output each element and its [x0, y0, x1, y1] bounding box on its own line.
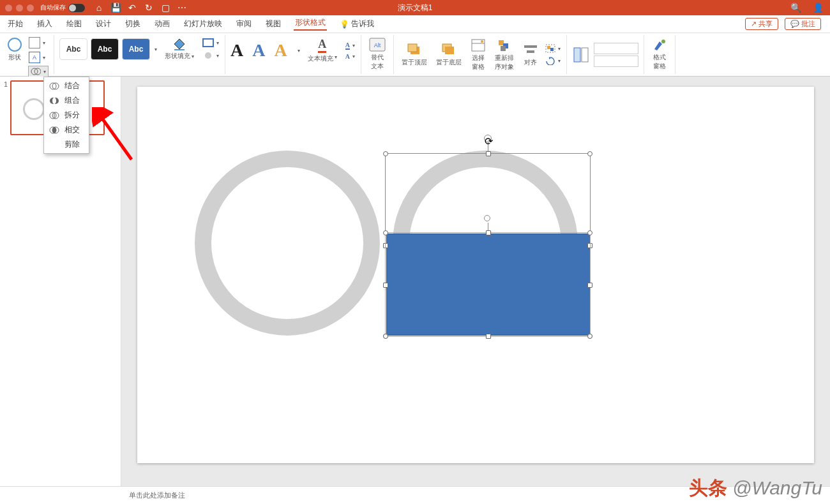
resize-handle-n[interactable] [486, 151, 491, 156]
menu-item-subtract[interactable]: 剪除 [44, 137, 89, 152]
insert-shape-button[interactable]: 形状 [5, 36, 24, 63]
group-icon [545, 44, 555, 53]
menu-item-fragment[interactable]: 拆分 [44, 108, 89, 122]
resize-handle-n[interactable] [486, 230, 491, 235]
group-wordart-styles: A A A ▾ A 文本填充▾ A▾ A▾ [225, 35, 361, 74]
notes-placeholder[interactable]: 单击此处添加备注 [129, 491, 185, 500]
size-icon[interactable] [572, 46, 590, 64]
shape-fill-button[interactable]: 形状填充▾ [162, 36, 197, 62]
chevron-down-icon: ▾ [216, 53, 219, 59]
svg-rect-18 [527, 50, 534, 53]
group-objects-button[interactable]: ▾ [545, 43, 561, 54]
more-icon[interactable]: ⋯ [177, 3, 187, 13]
menu-item-union[interactable]: 结合 [44, 78, 89, 93]
minimize-icon[interactable] [16, 4, 23, 11]
text-box-button[interactable]: A▾ [28, 51, 49, 64]
resize-handle-sw[interactable] [383, 334, 388, 339]
tab-review[interactable]: 审阅 [235, 19, 253, 29]
wordart-style-gold[interactable]: A [274, 40, 287, 61]
group-format-pane: 格式 窗格 [644, 35, 675, 74]
merge-shapes-button[interactable]: ▾ [28, 66, 49, 77]
rotate-button[interactable]: ▾ [545, 56, 561, 66]
chevron-down-icon: ▾ [43, 40, 45, 46]
menu-item-combine[interactable]: 组合 [44, 93, 89, 108]
tab-slideshow[interactable]: 幻灯片放映 [183, 19, 223, 29]
share-icon: ↗ [751, 20, 757, 28]
shape-outline-button[interactable]: ▾ [202, 38, 220, 48]
resize-handle-se[interactable] [587, 334, 592, 339]
save-icon[interactable]: 💾 [110, 3, 121, 13]
outline-icon [202, 38, 214, 47]
resize-handle-ne[interactable] [587, 230, 592, 235]
wordart-style-blue[interactable]: A [252, 40, 265, 61]
style-swatch-black[interactable]: Abc [91, 38, 119, 60]
resize-handle-ne[interactable] [587, 151, 592, 156]
alt-text-button[interactable]: Alt 替代 文本 [366, 36, 388, 72]
send-backward-button[interactable]: 置于底层 [434, 41, 464, 68]
window-controls[interactable] [5, 4, 34, 11]
group-size [567, 35, 644, 74]
resize-handle-nw[interactable] [383, 151, 388, 156]
maximize-icon[interactable] [27, 4, 34, 11]
tab-shape-format[interactable]: 形状格式 [294, 17, 327, 31]
svg-rect-8 [408, 44, 417, 52]
width-input[interactable] [594, 56, 638, 67]
tab-view[interactable]: 视图 [264, 19, 282, 29]
text-fill-icon: A [318, 38, 326, 53]
rotate-handle[interactable]: ⟳ [484, 135, 492, 142]
close-icon[interactable] [5, 4, 12, 11]
style-swatch-blue[interactable]: Abc [122, 38, 150, 60]
chevron-down-icon[interactable]: ▾ [155, 47, 157, 52]
align-button[interactable]: 对齐 [520, 41, 541, 68]
resize-handle-e[interactable] [587, 283, 592, 288]
svg-point-24 [661, 40, 665, 43]
send-backward-icon [441, 43, 456, 57]
tab-insert[interactable]: 插入 [36, 19, 54, 29]
tab-tell-me[interactable]: 💡 告诉我 [338, 19, 375, 29]
start-slideshow-icon[interactable]: ▢ [160, 3, 170, 13]
menu-item-intersect[interactable]: 相交 [44, 122, 89, 137]
search-icon[interactable]: 🔍 [790, 3, 801, 13]
undo-icon[interactable]: ↶ [127, 3, 137, 13]
chevron-down-icon[interactable]: ▾ [298, 48, 300, 54]
bring-forward-button[interactable]: 置于顶层 [399, 41, 430, 68]
redo-icon[interactable]: ↻ [144, 3, 154, 13]
autosave-toggle[interactable]: 自动保存 [40, 3, 85, 12]
rotate-icon [545, 56, 555, 65]
resize-handle-w[interactable] [383, 283, 388, 288]
svg-rect-20 [547, 46, 550, 49]
quick-access-toolbar: ⌂ 💾 ↶ ↻ ▢ ⋯ [94, 3, 187, 13]
tab-animations[interactable]: 动画 [153, 19, 171, 29]
home-icon[interactable]: ⌂ [94, 3, 104, 13]
slide-1[interactable]: ⟳ [137, 87, 814, 463]
account-icon[interactable]: 👤 [813, 3, 824, 13]
slide-canvas-area[interactable]: ⟳ [121, 77, 830, 486]
title-bar: 自动保存 ⌂ 💾 ↶ ↻ ▢ ⋯ 演示文稿1 🔍 👤 [0, 0, 830, 15]
share-button[interactable]: ↗ 共享 [745, 18, 778, 30]
selection-pane-button[interactable]: 选择 窗格 [468, 37, 488, 73]
format-pane-button[interactable]: 格式 窗格 [649, 36, 670, 72]
tab-design[interactable]: 设计 [94, 19, 112, 29]
resize-handle-s[interactable] [486, 334, 491, 339]
svg-rect-14 [499, 40, 504, 45]
shape-ring-left[interactable] [195, 151, 380, 336]
text-fill-button[interactable]: A 文本填充▾ [305, 36, 340, 64]
wordart-style-black[interactable]: A [230, 40, 243, 61]
style-swatch-outline[interactable]: Abc [59, 38, 87, 60]
reorder-objects-button[interactable]: 重新排 序对象 [492, 37, 517, 73]
document-title: 演示文稿1 [398, 3, 433, 13]
height-input[interactable] [594, 43, 638, 54]
comments-button[interactable]: 💬 批注 [785, 18, 821, 30]
shape-style-gallery[interactable]: Abc Abc Abc ▾ [59, 38, 157, 60]
tab-transitions[interactable]: 切换 [124, 19, 142, 29]
toggle-switch-icon[interactable] [68, 4, 85, 12]
tab-home[interactable]: 开始 [6, 19, 24, 29]
svg-rect-2 [174, 49, 185, 50]
shape-effects-button[interactable]: ▾ [202, 50, 220, 61]
text-effects-button[interactable]: A▾ [345, 52, 356, 61]
tab-draw[interactable]: 绘图 [65, 19, 83, 29]
resize-handle-nw[interactable] [383, 230, 388, 235]
text-outline-button[interactable]: A▾ [345, 41, 356, 50]
edit-shape-button[interactable]: ▾ [28, 36, 49, 49]
rotate-handle[interactable] [484, 215, 490, 221]
